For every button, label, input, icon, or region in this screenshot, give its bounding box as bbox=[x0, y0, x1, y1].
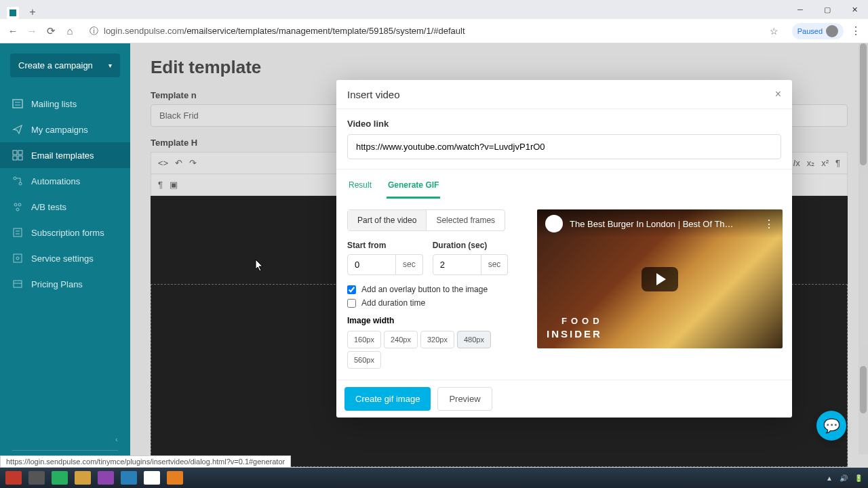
browser-tab[interactable] bbox=[7, 7, 19, 19]
close-icon[interactable]: ✕ bbox=[841, 0, 868, 19]
width-btn-240[interactable]: 240px bbox=[384, 331, 418, 348]
video-preview[interactable]: The Best Burger In London | Best Of Th… … bbox=[537, 209, 783, 348]
duration-input[interactable] bbox=[433, 254, 481, 275]
collapse-sidebar-icon[interactable]: ‹ bbox=[0, 428, 130, 450]
overlay-checkbox-row[interactable]: Add an overlay button to the image bbox=[347, 285, 525, 294]
svg-point-7 bbox=[14, 177, 16, 180]
start-unit: sec bbox=[396, 254, 423, 275]
forms-icon bbox=[12, 227, 23, 238]
segment-part-of-video[interactable]: Part of the video bbox=[348, 210, 427, 230]
automations-icon bbox=[12, 176, 23, 186]
settings-icon bbox=[12, 253, 23, 264]
insert-video-modal: Insert video × Video link Result Generat… bbox=[336, 80, 792, 418]
reload-icon[interactable]: ⟳ bbox=[45, 25, 57, 37]
duration-label: Duration (sec) bbox=[433, 241, 509, 250]
chevron-down-icon: ▾ bbox=[108, 62, 112, 69]
list-icon bbox=[12, 98, 23, 109]
home-icon[interactable]: ⌂ bbox=[64, 25, 76, 37]
pricing-icon bbox=[12, 279, 23, 289]
sidebar-item-my-campaigns[interactable]: My campaigns bbox=[0, 117, 130, 142]
modal-title: Insert video bbox=[347, 89, 400, 100]
overlay-checkbox[interactable] bbox=[347, 285, 356, 294]
image-width-label: Image width bbox=[347, 316, 525, 325]
svg-rect-5 bbox=[13, 156, 17, 160]
profile-paused-chip[interactable]: Paused bbox=[792, 23, 844, 39]
start-from-input[interactable] bbox=[347, 254, 396, 275]
duration-checkbox-row[interactable]: Add duration time bbox=[347, 298, 525, 308]
sidebar-item-subscription-forms[interactable]: Subscription forms bbox=[0, 220, 130, 245]
video-more-icon[interactable]: ⋮ bbox=[764, 218, 774, 230]
svg-rect-6 bbox=[18, 156, 22, 160]
sidebar-item-pricing[interactable]: Pricing Plans bbox=[0, 271, 130, 297]
duration-checkbox[interactable] bbox=[347, 299, 356, 308]
svg-rect-0 bbox=[13, 100, 22, 108]
duration-unit: sec bbox=[481, 254, 509, 275]
svg-point-16 bbox=[16, 257, 19, 260]
bookmark-icon[interactable]: ☆ bbox=[770, 26, 778, 37]
svg-rect-15 bbox=[14, 254, 22, 262]
svg-rect-3 bbox=[13, 150, 17, 155]
forward-icon[interactable]: → bbox=[26, 25, 38, 37]
svg-point-10 bbox=[18, 203, 21, 206]
tab-result[interactable]: Result bbox=[347, 174, 373, 199]
width-btn-560[interactable]: 560px bbox=[347, 351, 381, 369]
site-info-icon[interactable]: ⓘ bbox=[90, 25, 98, 37]
channel-avatar bbox=[545, 215, 563, 232]
svg-point-8 bbox=[19, 182, 22, 185]
svg-point-9 bbox=[14, 203, 17, 206]
width-btn-160[interactable]: 160px bbox=[347, 331, 381, 348]
video-brand-overlay: FOOD INSIDER bbox=[547, 316, 604, 340]
sidebar-item-mailing-lists[interactable]: Mailing lists bbox=[0, 91, 130, 117]
width-btn-480[interactable]: 480px bbox=[457, 331, 491, 348]
maximize-icon[interactable]: ▢ bbox=[814, 0, 841, 19]
avatar bbox=[826, 25, 838, 37]
width-btn-320[interactable]: 320px bbox=[420, 331, 454, 348]
browser-menu-icon[interactable]: ⋮ bbox=[850, 24, 861, 37]
back-icon[interactable]: ← bbox=[7, 25, 19, 37]
abtest-icon bbox=[12, 201, 23, 212]
svg-rect-17 bbox=[14, 281, 22, 287]
templates-icon bbox=[12, 150, 23, 161]
preview-button[interactable]: Preview bbox=[437, 387, 492, 411]
send-icon bbox=[12, 124, 23, 135]
video-link-input[interactable] bbox=[347, 134, 781, 159]
svg-point-11 bbox=[16, 208, 19, 211]
sidebar: Create a campaign▾ Mailing lists My camp… bbox=[0, 43, 130, 488]
svg-rect-4 bbox=[18, 150, 22, 155]
new-tab-button[interactable]: + bbox=[26, 5, 39, 19]
status-bar: https://login.sendpulse.com/tinymce/plug… bbox=[0, 455, 291, 468]
address-bar[interactable]: ⓘ login.sendpulse.com/emailservice/templ… bbox=[83, 22, 785, 41]
sidebar-item-automations[interactable]: Automations bbox=[0, 168, 130, 194]
segment-selected-frames[interactable]: Selected frames bbox=[427, 210, 505, 230]
sidebar-item-email-templates[interactable]: Email templates bbox=[0, 142, 130, 168]
tab-generate-gif[interactable]: Generate GIF bbox=[387, 174, 440, 199]
video-link-label: Video link bbox=[347, 119, 781, 129]
create-gif-button[interactable]: Create gif image bbox=[344, 387, 431, 411]
create-campaign-button[interactable]: Create a campaign▾ bbox=[10, 54, 120, 77]
video-title: The Best Burger In London | Best Of Th… bbox=[570, 219, 757, 229]
svg-rect-12 bbox=[14, 228, 22, 237]
start-from-label: Start from bbox=[347, 241, 423, 250]
play-icon[interactable] bbox=[642, 267, 678, 291]
close-icon[interactable]: × bbox=[775, 88, 781, 100]
minimize-icon[interactable]: ─ bbox=[787, 0, 814, 19]
sidebar-item-service-settings[interactable]: Service settings bbox=[0, 245, 130, 271]
taskbar[interactable]: ▲🔊🔋 bbox=[0, 468, 868, 488]
help-chat-icon[interactable]: 💬 bbox=[816, 411, 846, 441]
sidebar-item-ab-tests[interactable]: A/B tests bbox=[0, 194, 130, 220]
